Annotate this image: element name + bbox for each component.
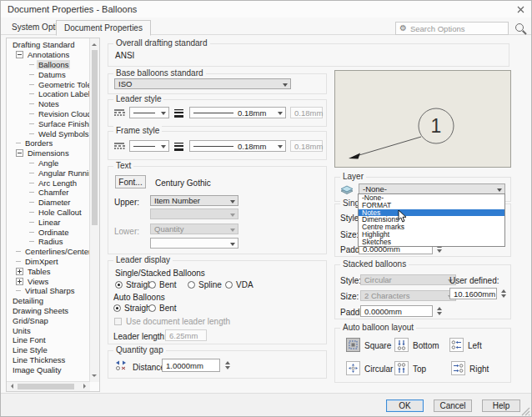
leader-length-label: Leader length: — [113, 332, 167, 341]
tree-item-tables[interactable]: Tables — [8, 266, 89, 276]
tree-item-geometric-tolerance[interactable]: Geometric Tolerance — [8, 79, 89, 89]
cancel-button[interactable]: Cancel — [434, 399, 472, 412]
user-defined-field[interactable]: 10.1600mm — [449, 288, 497, 299]
layer-option-dimensions[interactable]: Dimensions — [359, 216, 504, 224]
layout-circular-button[interactable] — [346, 361, 360, 375]
tree-item-dimensions[interactable]: Dimensions — [8, 148, 89, 158]
search-icon[interactable] — [515, 23, 524, 32]
scroll-left-icon[interactable] — [8, 384, 13, 389]
tree-item-angular-running[interactable]: Angular Running — [8, 168, 89, 178]
layout-square-button[interactable] — [346, 338, 360, 352]
tree-item-surface-finishes[interactable]: Surface Finishes — [8, 118, 89, 128]
spin-down-icon[interactable] — [225, 366, 230, 372]
tree-item-line-font[interactable]: Line Font — [8, 335, 89, 345]
tree-item-radius[interactable]: Radius — [8, 237, 89, 247]
expand-icon[interactable] — [16, 268, 23, 275]
lower-secondary-select[interactable] — [150, 238, 238, 249]
radio-single-bent[interactable]: Bent — [148, 280, 177, 289]
tree-item-virtual-sharps[interactable]: Virtual Sharps — [8, 286, 89, 296]
close-icon[interactable] — [514, 3, 526, 15]
tree-item-ordinate[interactable]: Ordinate — [8, 227, 89, 237]
tree-item-line-style[interactable]: Line Style — [8, 345, 89, 355]
leader-line-style-select[interactable] — [129, 107, 169, 118]
tree-item-units[interactable]: Units — [8, 325, 89, 335]
tree-item-grid-snap[interactable]: Grid/Snap — [8, 315, 89, 325]
spin-down-icon[interactable] — [437, 249, 442, 255]
vertical-scroll-thumb[interactable] — [92, 50, 98, 225]
tree-item-line-thickness[interactable]: Line Thickness — [8, 355, 89, 365]
layer-option-format[interactable]: FORMAT — [359, 202, 504, 209]
tree-item-borders[interactable]: Borders — [8, 138, 89, 148]
stacked-padding-field[interactable]: 0.0000mm — [360, 305, 433, 317]
radio-single-spline[interactable]: Spline — [188, 280, 222, 289]
layout-left-button[interactable] — [449, 338, 464, 352]
tree-item-balloons[interactable]: Balloons — [8, 60, 89, 70]
layout-square-label: Square — [364, 341, 391, 350]
ok-button[interactable]: OK — [386, 399, 424, 412]
horizontal-scroll-thumb[interactable] — [18, 384, 74, 389]
tree-item-drawing-sheets[interactable]: Drawing Sheets — [8, 306, 89, 316]
frame-line-style-select[interactable] — [129, 140, 169, 152]
radio-single-vda[interactable]: VDA — [225, 280, 253, 289]
group-label: Quantity gap — [113, 345, 166, 354]
tree-item-weld-symbols[interactable]: Weld Symbols — [8, 128, 89, 138]
spin-up-icon[interactable] — [225, 359, 230, 364]
tree-item-arc-length[interactable]: Arc Length — [8, 178, 89, 188]
tree-item-angle[interactable]: Angle — [8, 158, 89, 168]
distance-field[interactable]: 1.0000mm — [162, 359, 220, 372]
layer-option-none[interactable]: -None- — [359, 194, 504, 202]
tree-item-datums[interactable]: Datums — [8, 69, 89, 79]
tree-item-annotations[interactable]: Annotations — [8, 50, 89, 60]
radio-auto-bent[interactable]: Bent — [148, 304, 177, 313]
base-standard-select[interactable]: ISO — [114, 78, 291, 89]
scroll-right-icon[interactable] — [83, 384, 88, 389]
radio-icon — [113, 304, 121, 312]
tree-item-image-quality[interactable]: Image Quality — [8, 364, 89, 374]
leader-thickness-select[interactable]: 0.18mm — [189, 107, 286, 118]
tree-item-label: Linear — [37, 218, 62, 227]
layer-option-centre-marks[interactable]: Centre marks — [359, 224, 504, 231]
scroll-down-icon[interactable] — [92, 374, 97, 379]
radio-auto-straight[interactable]: Straight — [113, 304, 153, 313]
tree-item-location-label[interactable]: Location Label — [8, 89, 89, 99]
font-button[interactable]: Font... — [115, 175, 146, 188]
resize-grip[interactable] — [520, 406, 530, 417]
spin-up-icon[interactable] — [501, 287, 506, 293]
spin-up-icon[interactable] — [437, 304, 442, 310]
tree-item-detailing[interactable]: Detailing — [8, 296, 89, 306]
spin-down-icon[interactable] — [501, 294, 506, 300]
radio-icon — [148, 281, 156, 289]
layer-option-sketches[interactable]: Sketches — [359, 239, 504, 246]
chevron-down-icon — [230, 229, 235, 234]
tree-item-dimxpert[interactable]: DimXpert — [8, 257, 89, 267]
tree-item-drafting-standard[interactable]: Drafting Standard — [8, 40, 89, 50]
layout-right-button[interactable] — [451, 361, 465, 375]
distance-stepper[interactable] — [223, 359, 232, 372]
expand-icon[interactable] — [16, 278, 23, 285]
help-button[interactable]: Help — [482, 399, 520, 412]
tree-item-chamfer[interactable]: Chamfer — [8, 188, 89, 198]
upper-select[interactable]: Item Number — [150, 195, 238, 206]
collapse-icon[interactable] — [16, 51, 23, 58]
layer-option-highlight[interactable]: Highlight — [359, 231, 504, 239]
tree-horizontal-scrollbar[interactable] — [7, 381, 90, 391]
tree-item-notes[interactable]: Notes — [8, 99, 89, 109]
layout-top-button[interactable] — [394, 361, 409, 375]
layout-bottom-button[interactable] — [394, 338, 409, 352]
tree-item-hole-callout[interactable]: Hole Callout — [8, 208, 89, 218]
tree-vertical-scrollbar[interactable] — [89, 38, 99, 382]
spin-down-icon[interactable] — [437, 312, 442, 318]
tree-item-views[interactable]: Views — [8, 276, 89, 286]
user-defined-stepper[interactable] — [499, 288, 508, 299]
tree-item-linear[interactable]: Linear — [8, 217, 89, 227]
layer-option-notes[interactable]: Notes — [359, 209, 504, 217]
tree-item-diameter[interactable]: Diameter — [8, 198, 89, 208]
frame-thickness-select[interactable]: 0.18mm — [189, 140, 286, 152]
search-input[interactable]: ⚙ Search Options — [395, 22, 509, 35]
stacked-padding-stepper[interactable] — [434, 305, 444, 317]
collapse-icon[interactable] — [16, 149, 23, 157]
scroll-up-icon[interactable] — [92, 41, 97, 46]
tab-document-properties[interactable]: Document Properties — [56, 20, 151, 36]
tree-item-centerlines-center-mark[interactable]: Centerlines/Center Mark — [8, 247, 89, 257]
tree-item-revision-clouds[interactable]: Revision Clouds — [8, 109, 89, 119]
